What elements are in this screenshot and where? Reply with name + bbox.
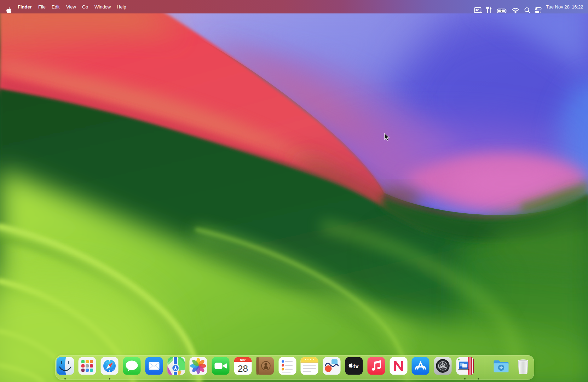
svg-text:NOV: NOV (240, 358, 246, 361)
svg-text:tv: tv (353, 363, 359, 370)
svg-text:28: 28 (238, 363, 248, 374)
